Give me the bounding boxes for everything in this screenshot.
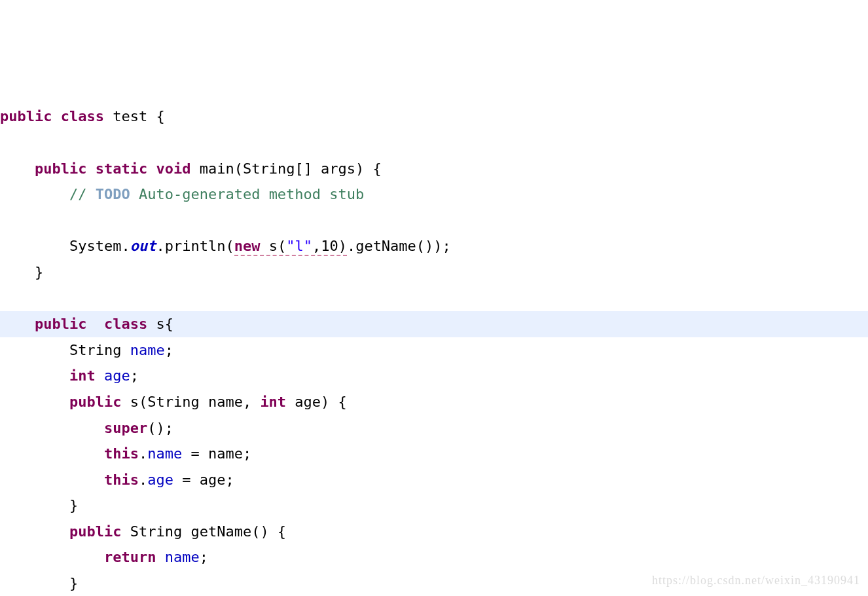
keyword-new: new (234, 238, 261, 254)
keyword-class: class (104, 316, 147, 332)
code-text: System. (69, 238, 130, 254)
code-text: .getName()); (347, 238, 451, 254)
brace: } (35, 264, 43, 280)
keyword-public: public (35, 316, 86, 332)
method-signature: main(String[] args) { (200, 160, 382, 177)
semicolon: ; (200, 549, 208, 565)
comment-slashes: // (69, 186, 96, 202)
warning-underline: new s("l",10) (234, 238, 347, 256)
semicolon: ; (130, 367, 139, 384)
code-text: s(String name, (121, 394, 260, 410)
code-text: String getName() { (121, 523, 286, 540)
code-text: s( (260, 238, 286, 254)
string-literal: "l" (286, 238, 312, 254)
code-text: .println( (156, 238, 234, 254)
brace: } (69, 497, 78, 513)
field-age: age (147, 472, 173, 488)
code-block: public class test { public static void m… (0, 103, 868, 596)
keyword-int: int (69, 367, 96, 384)
keyword-super: super (104, 420, 147, 436)
code-text: age) { (286, 394, 347, 410)
keyword-this: this (104, 472, 139, 488)
keyword-int: int (260, 394, 286, 410)
dot: . (139, 472, 147, 488)
keyword-class: class (61, 108, 104, 124)
type: String (69, 342, 130, 358)
class-name: s{ (147, 316, 173, 332)
field-name: name (147, 445, 182, 462)
keyword-public: public (35, 160, 86, 177)
dot: . (139, 445, 147, 462)
code-text: (); (147, 420, 173, 436)
space (156, 549, 164, 565)
space (96, 367, 104, 384)
field-name: name (130, 342, 165, 358)
watermark: https://blog.csdn.net/weixin_43190941 (652, 570, 860, 591)
keyword-public: public (69, 523, 121, 540)
highlighted-line: public class s{ (0, 311, 868, 337)
keyword-public: public (0, 108, 52, 124)
code-text: = age; (173, 472, 234, 488)
todo-tag: TODO (96, 186, 130, 202)
code-text: = name; (182, 445, 251, 462)
keyword-public: public (69, 394, 121, 410)
keyword-this: this (104, 445, 139, 462)
semicolon: ; (165, 342, 173, 358)
field-age: age (104, 367, 130, 384)
brace: { (147, 108, 165, 124)
keyword-return: return (104, 549, 156, 565)
field-name: name (165, 549, 200, 565)
class-name: test (113, 108, 147, 124)
static-field-out: out (130, 238, 156, 254)
code-text: ,10) (312, 238, 347, 254)
comment-text: Auto-generated method stub (130, 186, 365, 202)
keyword-static: static (96, 160, 147, 177)
space (86, 316, 104, 332)
keyword-void: void (156, 160, 190, 177)
brace: } (69, 575, 78, 591)
